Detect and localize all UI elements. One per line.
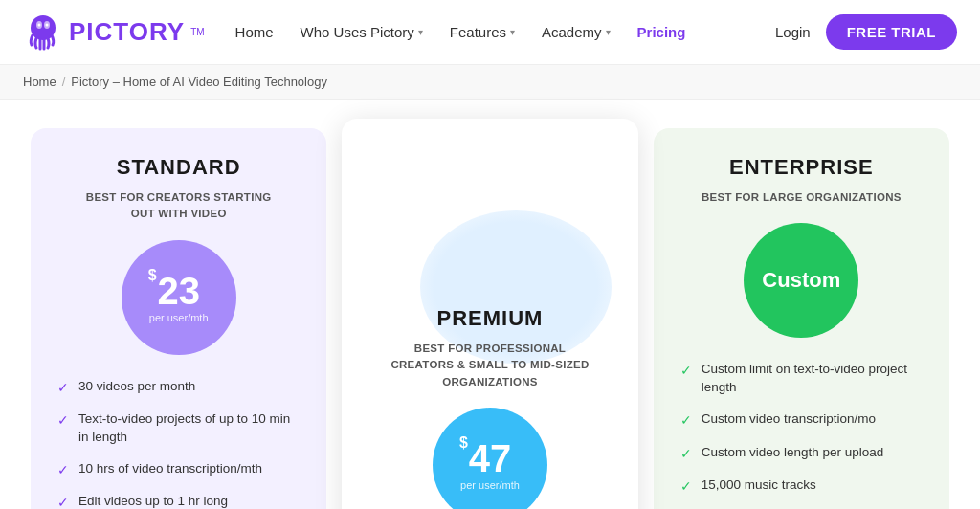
logo-icon bbox=[23, 12, 63, 53]
check-icon: ✓ bbox=[680, 411, 692, 431]
premium-amount: 47 bbox=[469, 439, 512, 477]
check-icon: ✓ bbox=[680, 477, 692, 497]
nav-home[interactable]: Home bbox=[235, 24, 274, 40]
standard-dollar: $ bbox=[148, 267, 157, 284]
chevron-down-icon: ▾ bbox=[510, 27, 515, 37]
breadcrumb-home[interactable]: Home bbox=[23, 75, 56, 89]
plan-premium: PREMIUM BEST FOR PROFESSIONAL CREATORS &… bbox=[342, 119, 637, 509]
svg-point-4 bbox=[46, 23, 49, 26]
nav-who-uses[interactable]: Who Uses Pictory ▾ bbox=[301, 24, 423, 40]
check-icon: ✓ bbox=[57, 379, 69, 398]
breadcrumb-current: Pictory – Home of AI Video Editing Techn… bbox=[71, 75, 327, 89]
login-link[interactable]: Login bbox=[775, 24, 811, 40]
nav-features[interactable]: Features ▾ bbox=[450, 24, 515, 40]
standard-price-circle: $ 23 per user/mth bbox=[122, 240, 236, 355]
nav-links: Home Who Uses Pictory ▾ Features ▾ Acade… bbox=[235, 24, 775, 40]
nav-right: Login FREE TRIAL bbox=[775, 14, 957, 50]
standard-subtitle: BEST FOR CREATORS STARTING OUT WITH VIDE… bbox=[74, 189, 284, 223]
svg-point-2 bbox=[38, 23, 41, 26]
list-item: ✓10 hrs of video transcription/mth bbox=[57, 460, 300, 480]
plan-enterprise: ENTERPRISE BEST FOR LARGE ORGANIZATIONS … bbox=[654, 128, 949, 509]
standard-per: per user/mth bbox=[149, 312, 209, 323]
nav-academy[interactable]: Academy ▾ bbox=[542, 24, 611, 40]
pricing-section: STANDARD BEST FOR CREATORS STARTING OUT … bbox=[0, 100, 980, 509]
free-trial-button[interactable]: FREE TRIAL bbox=[826, 14, 957, 50]
enterprise-features: ✓Custom limit on text-to-video project l… bbox=[680, 361, 923, 509]
check-icon: ✓ bbox=[57, 494, 69, 509]
list-item: ✓Text-to-video projects of up to 10 min … bbox=[57, 410, 300, 447]
premium-title: PREMIUM bbox=[437, 306, 544, 331]
list-item: ✓15,000 music tracks bbox=[680, 476, 923, 497]
list-item: ✓Custom video length per upload bbox=[680, 444, 923, 464]
enterprise-title: ENTERPRISE bbox=[729, 155, 874, 180]
check-icon: ✓ bbox=[57, 461, 69, 480]
logo-tm: TM bbox=[190, 27, 204, 37]
chevron-down-icon: ▾ bbox=[606, 27, 611, 37]
logo-area[interactable]: PICTORYTM bbox=[23, 12, 205, 53]
breadcrumb: Home / Pictory – Home of AI Video Editin… bbox=[0, 65, 980, 100]
list-item: ✓Custom video transcription/mo bbox=[680, 410, 923, 431]
enterprise-subtitle: BEST FOR LARGE ORGANIZATIONS bbox=[702, 189, 902, 206]
premium-subtitle: BEST FOR PROFESSIONAL CREATORS & SMALL T… bbox=[385, 341, 595, 390]
plan-standard: STANDARD BEST FOR CREATORS STARTING OUT … bbox=[31, 128, 326, 509]
check-icon: ✓ bbox=[680, 362, 692, 381]
premium-per: per user/mth bbox=[460, 479, 520, 491]
enterprise-price-circle: Custom bbox=[744, 223, 858, 338]
navbar: PICTORYTM Home Who Uses Pictory ▾ Featur… bbox=[0, 0, 980, 65]
breadcrumb-separator: / bbox=[62, 75, 66, 89]
check-icon: ✓ bbox=[57, 411, 69, 431]
premium-dollar: $ bbox=[459, 434, 468, 452]
nav-pricing[interactable]: Pricing bbox=[637, 24, 686, 40]
check-icon: ✓ bbox=[680, 445, 692, 464]
list-item: ✓Edit videos up to 1 hr long bbox=[57, 493, 300, 509]
standard-title: STANDARD bbox=[117, 155, 241, 180]
premium-price-circle: $ 47 per user/mth bbox=[433, 408, 547, 509]
chevron-down-icon: ▾ bbox=[418, 27, 423, 37]
enterprise-custom: Custom bbox=[762, 268, 840, 293]
standard-amount: 23 bbox=[157, 272, 200, 310]
standard-features: ✓30 videos per month ✓Text-to-video proj… bbox=[57, 378, 300, 510]
logo-text: PICTORY bbox=[69, 17, 185, 47]
list-item: ✓Custom limit on text-to-video project l… bbox=[680, 361, 923, 397]
list-item: ✓30 videos per month bbox=[57, 378, 300, 398]
